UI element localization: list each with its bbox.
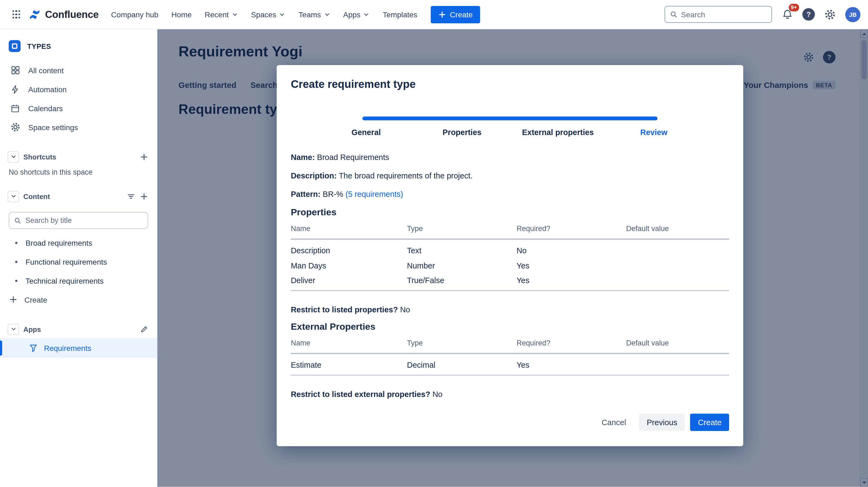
add-content-button[interactable] <box>137 190 150 203</box>
apps-label: Apps <box>23 325 137 333</box>
top-navbar: Confluence Company hub Home Recent Space… <box>0 0 868 29</box>
sidebar-create-button[interactable]: Create <box>0 290 157 309</box>
step-review[interactable]: Review <box>606 128 702 137</box>
pattern-label: Pattern: <box>291 190 321 198</box>
restrict-properties-value: No <box>400 305 410 314</box>
properties-heading: Properties <box>291 207 730 218</box>
help-button[interactable]: ? <box>802 8 815 21</box>
cell: Estimate <box>291 354 407 375</box>
search-by-title[interactable] <box>9 212 148 229</box>
app-switcher-icon[interactable] <box>8 6 25 23</box>
global-search-input[interactable] <box>681 10 767 19</box>
create-button[interactable]: Create <box>690 414 729 431</box>
calendar-icon <box>10 103 21 113</box>
chevron-down-icon <box>363 11 370 18</box>
collapse-apps-button[interactable] <box>8 324 19 335</box>
gear-icon <box>10 122 21 133</box>
external-properties-heading: External Properties <box>291 322 730 332</box>
sidebar-item-space-settings[interactable]: Space settings <box>0 118 157 137</box>
confluence-logo-icon <box>28 8 41 21</box>
notification-badge: 9+ <box>788 3 799 11</box>
sidebar-item-automation[interactable]: Automation <box>0 80 157 99</box>
table-row: Man Days Number Yes <box>291 258 730 273</box>
page-item-functional-requirements[interactable]: Functional requirements <box>0 252 157 271</box>
chevron-down-icon <box>10 326 17 332</box>
table-row: Deliver True/False Yes <box>291 273 730 291</box>
nav-home[interactable]: Home <box>165 6 198 23</box>
cell: Decimal <box>407 354 517 375</box>
description-value: The broad requirements of the project. <box>339 171 472 180</box>
plus-icon <box>140 192 148 200</box>
pattern-row: Pattern: BR-% (5 requirements) <box>291 189 730 200</box>
cell: Number <box>407 258 517 273</box>
step-properties[interactable]: Properties <box>414 128 510 137</box>
confluence-logo[interactable]: Confluence <box>28 8 98 21</box>
table-row: Estimate Decimal Yes <box>291 354 730 375</box>
col-header: Name <box>291 339 407 354</box>
lightning-icon <box>10 84 21 95</box>
bullet-icon <box>15 280 18 282</box>
content-label: Content <box>23 192 124 200</box>
global-create-button[interactable]: Create <box>431 6 480 23</box>
filter-content-button[interactable] <box>124 190 137 203</box>
add-shortcut-button[interactable] <box>137 150 150 163</box>
cell <box>626 239 730 258</box>
modal-actions: Cancel Previous Create <box>291 414 730 431</box>
search-by-title-input[interactable] <box>26 216 143 225</box>
name-label: Name: <box>291 153 315 162</box>
nav-templates[interactable]: Templates <box>377 6 424 23</box>
space-avatar-icon <box>9 40 21 52</box>
sidebar-item-requirements[interactable]: Requirements <box>0 338 157 358</box>
nav-recent[interactable]: Recent <box>198 6 244 23</box>
col-header: Default value <box>626 225 730 239</box>
nav-spaces[interactable]: Spaces <box>245 6 291 23</box>
col-header: Default value <box>626 339 730 354</box>
sidebar-item-calendars[interactable]: Calendars <box>0 99 157 118</box>
page-item-technical-requirements[interactable]: Technical requirements <box>0 271 157 290</box>
step-general[interactable]: General <box>318 128 414 137</box>
properties-table: Name Type Required? Default value Descri… <box>291 225 730 291</box>
step-external-properties[interactable]: External properties <box>510 128 606 137</box>
bullet-icon <box>15 241 18 244</box>
space-header[interactable]: TYPES <box>0 36 157 61</box>
cancel-button[interactable]: Cancel <box>594 414 633 431</box>
description-label: Description: <box>291 171 337 180</box>
restrict-properties-row: Restrict to listed properties? No <box>291 305 730 314</box>
restrict-external-value: No <box>433 390 442 399</box>
cell: Yes <box>517 258 626 273</box>
previous-button[interactable]: Previous <box>639 414 685 431</box>
cell: Deliver <box>291 273 407 291</box>
create-requirement-type-modal: Create requirement type General Properti… <box>277 65 743 446</box>
chevron-down-icon <box>324 11 330 18</box>
nav-teams[interactable]: Teams <box>292 6 336 23</box>
chevron-down-icon <box>10 154 17 160</box>
apps-section-header: Apps <box>0 320 157 338</box>
nav-company-hub[interactable]: Company hub <box>105 6 164 23</box>
pencil-icon <box>140 325 148 333</box>
requirements-count-link[interactable]: (5 requirements) <box>345 190 403 198</box>
nav-apps[interactable]: Apps <box>337 6 376 23</box>
cell: True/False <box>407 273 517 291</box>
cell: Man Days <box>291 258 407 273</box>
edit-apps-button[interactable] <box>137 323 150 336</box>
plus-icon <box>9 295 18 304</box>
name-value: Broad Requirements <box>317 153 389 162</box>
modal-title: Create requirement type <box>291 78 730 91</box>
page-item-broad-requirements[interactable]: Broad requirements <box>0 233 157 252</box>
settings-button[interactable] <box>823 7 837 22</box>
cell <box>626 258 730 273</box>
primary-nav: Company hub Home Recent Spaces Teams App… <box>105 6 423 23</box>
wizard-stepper: General Properties External properties R… <box>318 117 702 137</box>
collapse-shortcuts-button[interactable] <box>8 151 19 162</box>
sidebar-item-all-content[interactable]: All content <box>0 61 157 80</box>
notifications-button[interactable]: 9+ <box>780 7 794 22</box>
chevron-down-icon <box>231 11 238 18</box>
cell: Yes <box>517 354 626 375</box>
logo-text: Confluence <box>45 8 98 20</box>
restrict-properties-label: Restrict to listed properties? <box>291 305 398 314</box>
grid-dots-icon <box>12 10 20 19</box>
space-sidebar: TYPES All content Automation Calendars <box>0 29 157 487</box>
user-avatar[interactable]: JB <box>845 7 860 22</box>
global-search[interactable] <box>664 6 772 23</box>
collapse-content-button[interactable] <box>8 191 19 202</box>
